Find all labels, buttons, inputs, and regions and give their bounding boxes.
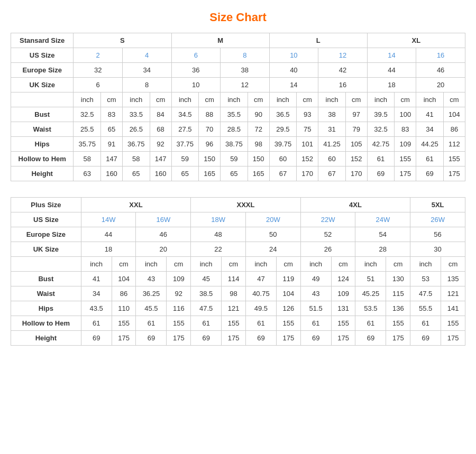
std-hips-label: Hips <box>11 137 74 152</box>
std-bust-label: Bust <box>11 107 74 122</box>
std-height-11: 170 <box>345 166 367 181</box>
plus-inch-1: inch <box>81 257 112 272</box>
uk-size-label: UK Size <box>11 78 74 92</box>
plus-bust-10: 51 <box>355 272 386 286</box>
plus-uk-size-label: UK Size <box>11 242 81 257</box>
plus-waist-3: 92 <box>167 286 191 301</box>
std-height-13: 175 <box>395 166 416 181</box>
std-height-4: 65 <box>171 166 199 181</box>
std-hollow_hem-2: 58 <box>122 152 150 166</box>
std-hips-0: 35.75 <box>74 137 101 152</box>
plus-us-22w: 22W <box>300 212 355 227</box>
plus-waist-10: 45.25 <box>355 286 386 301</box>
std-hollow_hem-12: 61 <box>367 152 395 166</box>
std-hollow_hem-label: Hollow to Hem <box>11 152 74 166</box>
us-size-2: 2 <box>74 48 123 63</box>
europe-size-38: 38 <box>221 63 270 78</box>
plus-waist-0: 34 <box>81 286 112 301</box>
standard-size-table: Stansard Size S M L XL US Size 2 4 6 8 1… <box>11 33 465 181</box>
std-hips-7: 98 <box>248 137 269 152</box>
std-height-0: 63 <box>74 166 101 181</box>
plus-hollow_hem-12: 61 <box>410 316 441 331</box>
plus-height-2: 69 <box>136 331 167 346</box>
plus-waist-label: Waist <box>11 286 81 301</box>
std-waist-3: 68 <box>150 122 171 137</box>
std-height-8: 67 <box>269 166 297 181</box>
std-bust-5: 88 <box>199 107 221 122</box>
std-cm-3: cm <box>199 92 221 107</box>
europe-size-40: 40 <box>269 63 318 78</box>
std-bust-13: 100 <box>395 107 416 122</box>
plus-bust-7: 119 <box>276 272 300 286</box>
std-hips-15: 112 <box>443 137 465 152</box>
std-bust-4: 34.5 <box>171 107 199 122</box>
plus-bust-0: 41 <box>81 272 112 286</box>
plus-hollow_hem-1: 155 <box>112 316 136 331</box>
plus-waist-7: 104 <box>276 286 300 301</box>
std-hollow_hem-15: 155 <box>443 152 465 166</box>
plus-height-3: 175 <box>167 331 191 346</box>
plus-bust-4: 45 <box>191 272 222 286</box>
europe-size-46: 46 <box>416 63 465 78</box>
std-waist-0: 25.5 <box>74 122 101 137</box>
standard-header-label: Stansard Size <box>11 33 74 48</box>
plus-us-size-label: US Size <box>11 212 81 227</box>
std-waist-11: 79 <box>345 122 367 137</box>
std-hips-6: 38.75 <box>221 137 248 152</box>
us-size-label: US Size <box>11 48 74 63</box>
plus-waist-12: 47.5 <box>410 286 441 301</box>
plus-hips-11: 136 <box>386 301 410 316</box>
plus-height-11: 175 <box>386 331 410 346</box>
plus-waist-4: 38.5 <box>191 286 222 301</box>
std-waist-8: 29.5 <box>269 122 297 137</box>
std-hips-1: 91 <box>101 137 123 152</box>
standard-xl-header: XL <box>367 33 465 48</box>
plus-bust-8: 49 <box>300 272 331 286</box>
std-waist-1: 65 <box>101 122 123 137</box>
plus-uk-22: 22 <box>191 242 246 257</box>
plus-us-20w: 20W <box>245 212 300 227</box>
std-cm-1: cm <box>101 92 123 107</box>
std-waist-6: 28.5 <box>221 122 248 137</box>
plus-us-26w: 26W <box>410 212 465 227</box>
uk-size-16: 16 <box>318 78 368 92</box>
std-height-1: 160 <box>101 166 123 181</box>
std-bust-0: 32.5 <box>74 107 101 122</box>
plus-waist-13: 121 <box>441 286 465 301</box>
plus-hips-6: 49.5 <box>245 301 276 316</box>
std-inch-3: inch <box>171 92 199 107</box>
standard-l-header: L <box>269 33 367 48</box>
plus-size-table: Plus Size XXL XXXL 4XL 5XL US Size 14W 1… <box>11 197 465 346</box>
plus-uk-30: 30 <box>410 242 465 257</box>
plus-xxxl-header: XXXL <box>191 198 301 212</box>
plus-inch-7: inch <box>410 257 441 272</box>
plus-europe-44: 44 <box>81 227 136 242</box>
plus-hollow_hem-5: 155 <box>222 316 246 331</box>
std-bust-1: 83 <box>101 107 123 122</box>
standard-s-header: S <box>74 33 171 48</box>
plus-uk-20: 20 <box>136 242 191 257</box>
std-hips-11: 105 <box>345 137 367 152</box>
std-bust-11: 97 <box>345 107 367 122</box>
plus-height-12: 69 <box>410 331 441 346</box>
plus-europe-46: 46 <box>136 227 191 242</box>
plus-bust-13: 135 <box>441 272 465 286</box>
std-bust-10: 38 <box>318 107 346 122</box>
std-bust-9: 93 <box>297 107 318 122</box>
std-cm-6: cm <box>345 92 367 107</box>
plus-height-0: 69 <box>81 331 112 346</box>
plus-bust-6: 47 <box>245 272 276 286</box>
plus-uk-28: 28 <box>355 242 410 257</box>
us-size-6: 6 <box>171 48 221 63</box>
std-hips-12: 42.75 <box>367 137 395 152</box>
uk-size-20: 20 <box>416 78 465 92</box>
plus-xxl-header: XXL <box>81 198 191 212</box>
standard-m-header: M <box>171 33 269 48</box>
std-waist-14: 34 <box>416 122 444 137</box>
plus-hollow_hem-13: 155 <box>441 316 465 331</box>
plus-europe-54: 54 <box>355 227 410 242</box>
plus-hollow_hem-0: 61 <box>81 316 112 331</box>
std-height-15: 175 <box>443 166 465 181</box>
plus-hollow_hem-6: 61 <box>245 316 276 331</box>
plus-uk-18: 18 <box>81 242 136 257</box>
